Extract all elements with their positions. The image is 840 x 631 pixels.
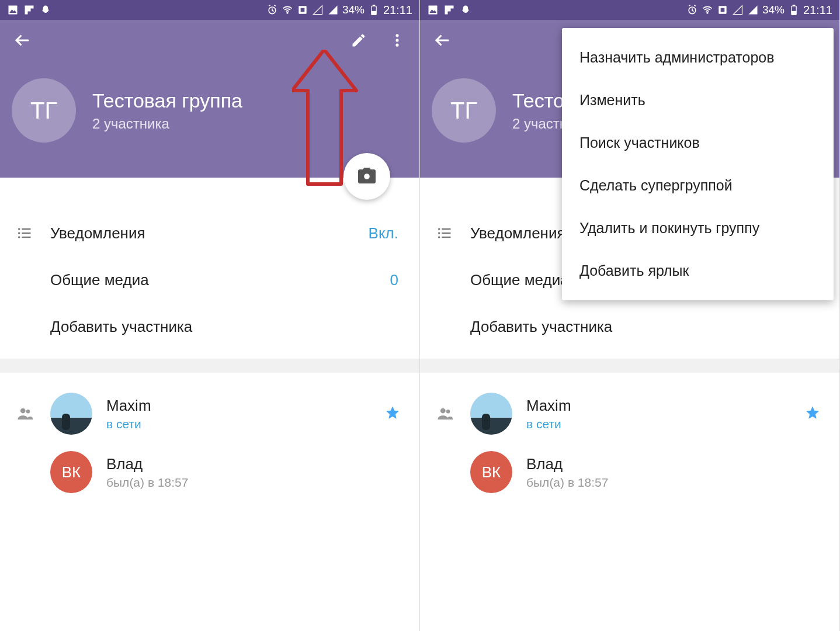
svg-rect-30	[442, 228, 450, 230]
member-row[interactable]: ВК Влад был(а) в 18:57	[16, 443, 403, 501]
member-status: в сети	[106, 417, 385, 431]
svg-rect-17	[22, 237, 30, 238]
group-avatar[interactable]: ТГ	[432, 78, 496, 143]
svg-rect-5	[301, 8, 305, 12]
member-name: Влад	[106, 455, 403, 473]
svg-point-19	[26, 410, 30, 414]
alarm-icon	[266, 4, 278, 16]
svg-rect-15	[22, 233, 30, 234]
svg-point-36	[446, 410, 450, 414]
menu-item-search-members[interactable]: Поиск участников	[562, 122, 834, 164]
snapchat-icon	[40, 4, 51, 16]
group-subtitle: 2 участника	[92, 116, 242, 132]
members-section: Maxim в сети ВК Влад был(а) в 18:57	[0, 373, 419, 501]
back-button[interactable]	[432, 30, 453, 51]
battery-icon	[368, 4, 380, 16]
svg-rect-8	[372, 12, 376, 15]
svg-rect-0	[9, 6, 18, 15]
flipboard-icon	[23, 4, 35, 16]
battery-percent: 34%	[762, 4, 785, 16]
group-avatar-initials: ТГ	[450, 98, 477, 124]
signal-sim1-icon	[732, 4, 744, 16]
member-avatar-initials: ВК	[62, 463, 81, 481]
svg-point-31	[438, 232, 440, 234]
svg-rect-7	[373, 5, 374, 6]
people-icon	[16, 405, 50, 422]
svg-point-16	[18, 236, 20, 238]
notifications-value: Вкл.	[369, 224, 398, 242]
back-button[interactable]	[12, 30, 33, 51]
status-time: 21:11	[803, 4, 832, 17]
menu-item-assign-admins[interactable]: Назначить администраторов	[562, 36, 834, 79]
list-icon	[16, 225, 50, 241]
people-icon	[436, 405, 470, 422]
group-header: ТГ Тестовая группа 2 участника	[0, 20, 419, 178]
add-member-row[interactable]: Добавить участника	[436, 303, 823, 350]
menu-item-make-supergroup[interactable]: Сделать супергруппой	[562, 164, 834, 207]
image-icon	[7, 4, 19, 16]
menu-item-delete-leave[interactable]: Удалить и покинуть группу	[562, 207, 834, 249]
add-member-label: Добавить участника	[470, 318, 823, 336]
member-name: Maxim	[526, 397, 805, 415]
svg-point-12	[18, 228, 20, 230]
svg-point-23	[707, 12, 708, 13]
member-name: Maxim	[106, 397, 385, 415]
section-divider	[0, 359, 419, 373]
status-bar: 34% 21:11	[0, 0, 419, 20]
group-title: Тестовая группа	[92, 89, 242, 112]
svg-rect-20	[429, 6, 438, 15]
group-avatar[interactable]: ТГ	[12, 78, 76, 143]
member-row[interactable]: Maxim в сети	[16, 384, 403, 443]
svg-rect-13	[22, 228, 30, 230]
star-icon	[385, 405, 400, 422]
svg-point-29	[438, 228, 440, 230]
menu-item-add-shortcut[interactable]: Добавить ярлык	[562, 249, 834, 292]
signal-sim2-icon	[747, 4, 759, 16]
alarm-icon	[686, 4, 698, 16]
add-member-row[interactable]: Добавить участника	[16, 303, 403, 350]
screenshot-icon	[297, 4, 308, 16]
signal-sim2-icon	[327, 4, 339, 16]
menu-item-edit[interactable]: Изменить	[562, 79, 834, 122]
svg-rect-34	[442, 237, 450, 238]
screen-right: 34% 21:11 ТГ Тестовая группа 2 участника	[420, 0, 840, 631]
section-divider	[420, 359, 839, 373]
member-row[interactable]: ВК Влад был(а) в 18:57	[436, 443, 823, 501]
settings-section: Уведомления Вкл. Общие медиа 0 Добавить …	[0, 178, 419, 350]
svg-rect-32	[442, 233, 450, 234]
list-icon	[436, 225, 470, 241]
notifications-label: Уведомления	[50, 224, 369, 242]
edit-button[interactable]	[348, 30, 369, 51]
member-status: в сети	[526, 417, 805, 431]
member-avatar-initials: ВК	[482, 463, 501, 481]
member-avatar: ВК	[470, 451, 512, 493]
member-avatar	[50, 393, 92, 435]
status-time: 21:11	[383, 4, 412, 17]
signal-sim1-icon	[312, 4, 324, 16]
member-status: был(а) в 18:57	[526, 476, 823, 490]
status-bar: 34% 21:11	[420, 0, 839, 20]
notifications-row[interactable]: Уведомления Вкл.	[16, 210, 403, 256]
star-icon	[805, 405, 820, 422]
member-row[interactable]: Maxim в сети	[436, 384, 823, 443]
svg-point-10	[395, 39, 398, 41]
wifi-icon	[702, 4, 713, 16]
image-icon	[427, 4, 439, 16]
group-avatar-initials: ТГ	[30, 98, 57, 124]
svg-point-35	[440, 408, 446, 414]
screen-left: 34% 21:11 ТГ	[0, 0, 420, 631]
battery-percent: 34%	[342, 4, 365, 16]
shared-media-value: 0	[390, 271, 398, 289]
screenshot-icon	[717, 4, 728, 16]
battery-icon	[788, 4, 800, 16]
shared-media-label: Общие медиа	[50, 271, 390, 289]
svg-point-3	[287, 12, 288, 13]
members-section: Maxim в сети ВК Влад был(а) в 18:57	[420, 373, 839, 501]
camera-fab[interactable]	[343, 153, 390, 200]
svg-rect-28	[792, 12, 796, 15]
svg-point-18	[20, 408, 26, 414]
more-button[interactable]	[387, 30, 408, 51]
member-avatar: ВК	[50, 451, 92, 493]
shared-media-row[interactable]: Общие медиа 0	[16, 256, 403, 303]
snapchat-icon	[460, 4, 471, 16]
